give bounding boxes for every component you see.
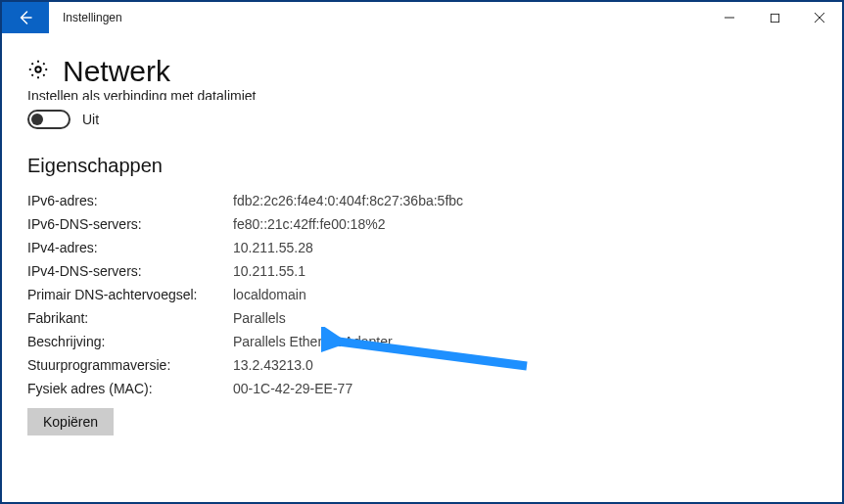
settings-window: Instellingen Netwerk Instellen als verbi… <box>0 0 844 504</box>
prop-label-dns-suffix: Primair DNS-achtervoegsel: <box>27 287 233 302</box>
gear-icon <box>27 59 49 84</box>
prop-label-ipv4-dns: IPv4-DNS-servers: <box>27 263 233 279</box>
prop-value-manufacturer: Parallels <box>233 310 527 326</box>
prop-value-ipv6-address: fdb2:2c26:f4e4:0:404f:8c27:36ba:5fbc <box>233 193 527 208</box>
prop-value-driver-version: 13.2.43213.0 <box>233 357 527 373</box>
window-title: Instellingen <box>49 2 136 33</box>
page-title: Netwerk <box>63 55 170 88</box>
content-area: Netwerk Instellen als verbinding met dat… <box>2 33 842 435</box>
minimize-icon <box>724 12 735 23</box>
prop-label-ipv4-address: IPv4-adres: <box>27 240 233 255</box>
truncated-setting-label: Instellen als verbinding met datalimiet <box>27 88 817 100</box>
properties-heading: Eigenschappen <box>27 155 817 177</box>
minimize-button[interactable] <box>707 2 752 33</box>
prop-value-ipv4-dns: 10.211.55.1 <box>233 263 527 279</box>
titlebar-spacer <box>136 2 707 33</box>
toggle-knob <box>31 114 43 125</box>
close-icon <box>814 12 825 23</box>
properties-grid: IPv6-adres: fdb2:2c26:f4e4:0:404f:8c27:3… <box>27 193 817 396</box>
prop-value-ipv4-address: 10.211.55.28 <box>233 240 527 255</box>
maximize-button[interactable] <box>752 2 797 33</box>
prop-value-dns-suffix: localdomain <box>233 287 527 302</box>
prop-value-ipv6-dns: fe80::21c:42ff:fe00:18%2 <box>233 216 527 232</box>
svg-rect-0 <box>771 14 778 22</box>
prop-label-ipv6-address: IPv6-adres: <box>27 193 233 208</box>
back-button[interactable] <box>2 2 49 33</box>
svg-point-1 <box>35 67 41 72</box>
maximize-icon <box>770 13 780 23</box>
prop-label-manufacturer: Fabrikant: <box>27 310 233 326</box>
prop-label-ipv6-dns: IPv6-DNS-servers: <box>27 216 233 232</box>
copy-button[interactable]: Kopiëren <box>27 408 114 435</box>
page-header: Netwerk <box>27 55 817 88</box>
prop-label-driver-version: Stuurprogrammaversie: <box>27 357 233 373</box>
metered-connection-toggle-row: Uit <box>27 110 817 129</box>
titlebar: Instellingen <box>2 2 842 33</box>
toggle-state-label: Uit <box>82 112 99 127</box>
back-arrow-icon <box>17 9 34 26</box>
close-button[interactable] <box>797 2 842 33</box>
prop-label-description: Beschrijving: <box>27 334 233 349</box>
prop-label-mac: Fysiek adres (MAC): <box>27 381 233 396</box>
metered-connection-toggle[interactable] <box>27 110 70 129</box>
prop-value-mac: 00-1C-42-29-EE-77 <box>233 381 527 396</box>
prop-value-description: Parallels Ethernet Adapter <box>233 334 527 349</box>
